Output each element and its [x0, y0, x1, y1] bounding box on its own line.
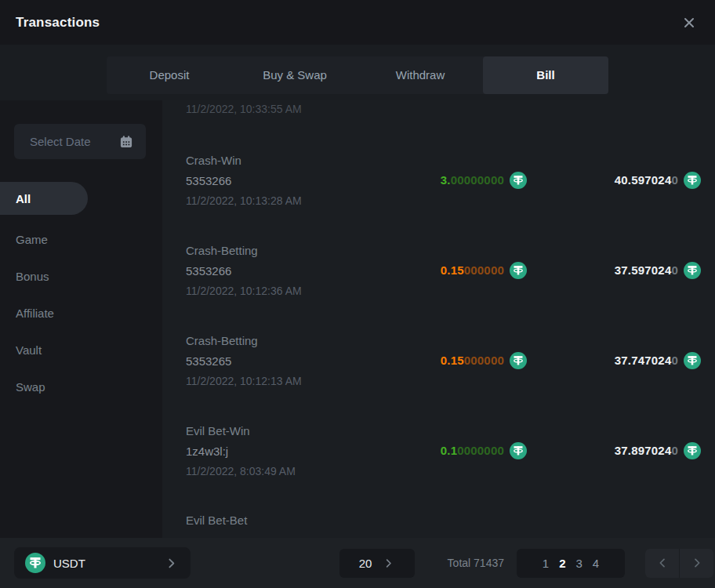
date-picker[interactable]: Select Date [14, 124, 146, 159]
tab-group: Deposit Buy & Swap Withdraw Bill [107, 56, 608, 94]
transaction-row: Crash-Betting 5353265 11/2/2022, 10:12:1… [186, 315, 701, 405]
filter-list: All Game Bonus Affiliate Vault Swap [0, 182, 162, 405]
tether-coin-icon [684, 352, 701, 369]
chevron-right-icon [691, 557, 703, 569]
row-info: Evil Bet-Win 1z4w3l:j 11/2/2022, 8:03:49… [186, 424, 362, 477]
modal-footer: USDT 20 Total 71437 1 2 3 4 [0, 538, 715, 588]
clipped-row-date: 11/2/2022, 10:33:55 AM [186, 103, 701, 116]
pagination: 1 2 3 4 [517, 549, 625, 578]
transactions-modal: Transactions Deposit Buy & Swap Withdraw… [0, 0, 715, 588]
filter-affiliate[interactable]: Affiliate [0, 295, 162, 332]
page-2[interactable]: 2 [559, 557, 565, 570]
tab-withdraw[interactable]: Withdraw [358, 56, 483, 94]
transaction-row: Crash-Win 5353266 11/2/2022, 10:13:28 AM… [186, 135, 701, 225]
chevron-right-icon [165, 557, 178, 570]
row-date: 11/2/2022, 8:03:49 AM [186, 465, 362, 477]
row-title: Evil Bet-Win [186, 424, 362, 437]
row-title: Crash-Betting [186, 334, 362, 347]
pagination-arrows [645, 549, 713, 578]
close-icon[interactable] [679, 13, 699, 33]
transaction-rows: Crash-Win 5353266 11/2/2022, 10:13:28 AM… [186, 135, 701, 538]
modal-header: Transactions [0, 0, 715, 45]
tether-coin-icon [684, 262, 701, 279]
currency-selector[interactable]: USDT [14, 547, 191, 579]
tab-deposit[interactable]: Deposit [107, 56, 232, 94]
row-balance: 40.5970240 [527, 172, 701, 189]
row-balance: 37.8970240 [527, 442, 701, 459]
row-id: 1z4w3l:j [186, 445, 362, 458]
row-date: 11/2/2022, 10:13:28 AM [186, 194, 362, 207]
page-1[interactable]: 1 [543, 557, 549, 570]
transaction-row: Evil Bet-Bet [186, 495, 701, 538]
row-date: 11/2/2022, 10:12:36 AM [186, 285, 362, 297]
row-amount: 3.00000000 [362, 172, 527, 189]
row-id: 5353266 [186, 264, 362, 278]
modal-body: Select Date All [0, 100, 715, 538]
row-id: 5353266 [186, 174, 362, 187]
tether-coin-icon [510, 172, 527, 189]
page-size-value: 20 [359, 557, 372, 570]
modal-title: Transactions [16, 15, 100, 31]
date-picker-placeholder: Select Date [30, 135, 91, 148]
row-amount: 0.15000000 [362, 262, 527, 279]
row-balance: 37.5970240 [527, 262, 701, 279]
row-amount: 0.15000000 [362, 352, 527, 369]
filter-all[interactable]: All [0, 182, 88, 215]
row-info: Crash-Win 5353266 11/2/2022, 10:13:28 AM [186, 154, 362, 207]
tab-band: Deposit Buy & Swap Withdraw Bill [0, 45, 715, 100]
tether-coin-icon [510, 262, 527, 279]
transaction-list[interactable]: 11/2/2022, 10:33:55 AM Crash-Win 5353266… [162, 100, 715, 538]
row-title: Crash-Win [186, 154, 362, 167]
row-title: Evil Bet-Bet [186, 514, 247, 527]
total-count-label: Total 71437 [448, 557, 504, 569]
transaction-row: Crash-Betting 5353266 11/2/2022, 10:12:3… [186, 225, 701, 315]
prev-page-button[interactable] [645, 549, 680, 578]
tether-coin-icon [510, 352, 527, 369]
row-amount: 0.10000000 [362, 442, 527, 459]
filter-sidebar: Select Date All [0, 100, 162, 538]
tab-buy-swap[interactable]: Buy & Swap [232, 56, 358, 94]
next-page-button[interactable] [680, 549, 713, 578]
calendar-icon [118, 134, 134, 150]
filter-game[interactable]: Game [0, 221, 162, 258]
filter-vault[interactable]: Vault [0, 332, 162, 368]
page-size-selector[interactable]: 20 [339, 549, 415, 578]
row-info: Crash-Betting 5353265 11/2/2022, 10:12:1… [186, 334, 362, 387]
currency-label: USDT [53, 557, 157, 570]
tether-coin-icon [684, 442, 701, 459]
row-balance: 37.7470240 [527, 352, 701, 369]
chevron-right-icon [383, 557, 394, 569]
tether-coin-icon [510, 442, 527, 459]
page-3[interactable]: 3 [576, 557, 583, 570]
filter-swap[interactable]: Swap [0, 368, 162, 405]
tab-bill[interactable]: Bill [483, 56, 608, 94]
filter-bonus[interactable]: Bonus [0, 258, 162, 295]
tether-coin-icon [25, 553, 45, 573]
row-id: 5353265 [186, 354, 362, 368]
transaction-row: Evil Bet-Win 1z4w3l:j 11/2/2022, 8:03:49… [186, 405, 701, 495]
tether-coin-icon [684, 172, 701, 189]
row-title: Crash-Betting [186, 244, 362, 257]
row-info: Crash-Betting 5353266 11/2/2022, 10:12:3… [186, 244, 362, 297]
row-date: 11/2/2022, 10:12:13 AM [186, 375, 362, 387]
chevron-left-icon [656, 557, 669, 569]
page-4[interactable]: 4 [593, 557, 599, 570]
